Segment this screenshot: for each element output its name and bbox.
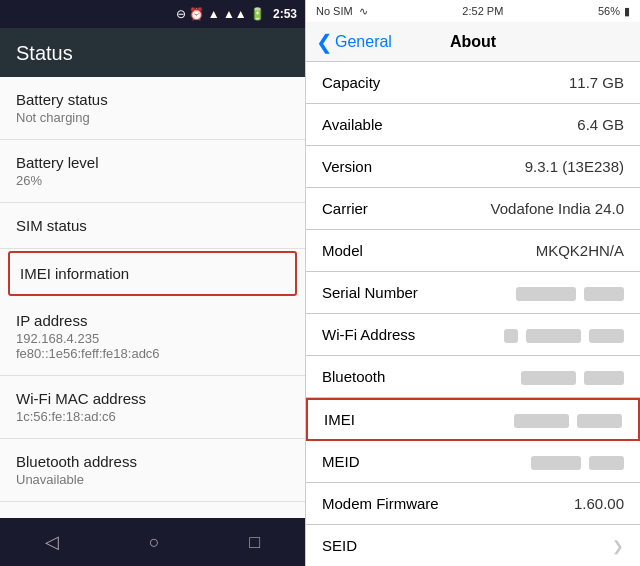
row-value: 1.60.00: [447, 495, 624, 512]
list-item[interactable]: SIM status: [0, 203, 305, 249]
item-title: Battery level: [16, 154, 289, 171]
item-title: Wi-Fi MAC address: [16, 390, 289, 407]
back-button[interactable]: ❮ General: [316, 30, 392, 54]
row-value: [426, 284, 624, 301]
ios-status-left: No SIM ∿: [316, 5, 368, 18]
list-item[interactable]: Battery level 26%: [0, 140, 305, 203]
blurred-serial: [516, 287, 576, 301]
row-label: Available: [322, 116, 383, 133]
item-subtitle: Unavailable: [16, 472, 289, 487]
blurred-wifi1: [504, 329, 518, 343]
list-item[interactable]: Wi-Fi MAC address 1c:56:fe:18:ad:c6: [0, 376, 305, 439]
row-label: Carrier: [322, 200, 368, 217]
blurred-wifi2: [526, 329, 581, 343]
version-row[interactable]: Version 9.3.1 (13E238): [306, 146, 640, 188]
row-label: Serial Number: [322, 284, 418, 301]
available-row[interactable]: Available 6.4 GB: [306, 104, 640, 146]
blurred-wifi3: [589, 329, 624, 343]
android-time: 2:53: [273, 7, 297, 21]
ios-nav-bar: ❮ General About: [306, 22, 640, 62]
row-value: [393, 368, 624, 385]
carrier-label: No SIM: [316, 5, 353, 17]
ios-content: Capacity 11.7 GB Available 6.4 GB Versio…: [306, 62, 640, 566]
item-subtitle: 26%: [16, 173, 289, 188]
blurred-imei2: [577, 414, 622, 428]
item-subtitle: 192.168.4.235fe80::1e56:feff:fe18:adc6: [16, 331, 289, 361]
meid-row[interactable]: MEID: [306, 441, 640, 483]
row-value: 6.4 GB: [391, 116, 624, 133]
blurred-serial2: [584, 287, 624, 301]
ios-panel: No SIM ∿ 2:52 PM 56% ▮ ❮ General About C…: [305, 0, 640, 566]
seid-row[interactable]: SEID ❯: [306, 525, 640, 566]
blurred-meid2: [589, 456, 624, 470]
android-page-title: Status: [0, 28, 305, 77]
row-label: Bluetooth: [322, 368, 385, 385]
modem-firmware-row[interactable]: Modem Firmware 1.60.00: [306, 483, 640, 525]
back-label: General: [335, 33, 392, 51]
android-panel: ⊖ ⏰ ▲ ▲▲ 🔋 2:53 Status Battery status No…: [0, 0, 305, 566]
android-status-icons: ⊖ ⏰ ▲ ▲▲ 🔋: [176, 7, 265, 21]
list-item[interactable]: IP address 192.168.4.235fe80::1e56:feff:…: [0, 298, 305, 376]
recent-apps-icon[interactable]: □: [249, 532, 260, 553]
row-value: MKQK2HN/A: [371, 242, 624, 259]
page-title: About: [450, 33, 496, 51]
android-nav-bar: ◁ ○ □: [0, 518, 305, 566]
bluetooth-row[interactable]: Bluetooth: [306, 356, 640, 398]
item-title: IMEI information: [20, 265, 285, 282]
item-title: Bluetooth address: [16, 453, 289, 470]
row-label: SEID: [322, 537, 357, 554]
list-item[interactable]: Bluetooth address Unavailable: [0, 439, 305, 502]
row-value: [368, 453, 625, 470]
row-label: Wi-Fi Address: [322, 326, 415, 343]
ios-status-bar: No SIM ∿ 2:52 PM 56% ▮: [306, 0, 640, 22]
wifi-address-row[interactable]: Wi-Fi Address: [306, 314, 640, 356]
imei-row[interactable]: IMEI: [306, 398, 640, 441]
row-value: Vodafone India 24.0: [376, 200, 624, 217]
ios-table: Capacity 11.7 GB Available 6.4 GB Versio…: [306, 62, 640, 566]
item-title: Battery status: [16, 91, 289, 108]
blurred-bt2: [584, 371, 624, 385]
row-label: Capacity: [322, 74, 380, 91]
blurred-meid1: [531, 456, 581, 470]
chevron-right-icon: ❯: [612, 538, 624, 554]
item-subtitle: Not charging: [16, 110, 289, 125]
list-item[interactable]: Battery status Not charging: [0, 77, 305, 140]
row-value: [423, 326, 624, 343]
item-title: SIM status: [16, 217, 289, 234]
ios-status-right: 56% ▮: [598, 5, 630, 18]
wifi-icon: ∿: [359, 5, 368, 18]
row-value: 9.3.1 (13E238): [380, 158, 624, 175]
serial-number-row[interactable]: Serial Number: [306, 272, 640, 314]
row-label: MEID: [322, 453, 360, 470]
item-subtitle: 1c:56:fe:18:ad:c6: [16, 409, 289, 424]
ios-time: 2:52 PM: [462, 5, 503, 17]
imei-information-item[interactable]: IMEI information: [8, 251, 297, 296]
battery-label: 56%: [598, 5, 620, 17]
model-row[interactable]: Model MKQK2HN/A: [306, 230, 640, 272]
android-status-bar: ⊖ ⏰ ▲ ▲▲ 🔋 2:53: [0, 0, 305, 28]
row-label: IMEI: [324, 411, 355, 428]
chevron-left-icon: ❮: [316, 30, 333, 54]
item-title: IP address: [16, 312, 289, 329]
back-icon[interactable]: ◁: [45, 531, 59, 553]
capacity-row[interactable]: Capacity 11.7 GB: [306, 62, 640, 104]
row-label: Version: [322, 158, 372, 175]
android-content: Battery status Not charging Battery leve…: [0, 77, 305, 518]
battery-icon: ▮: [624, 5, 630, 18]
blurred-bt1: [521, 371, 576, 385]
row-value: [363, 411, 622, 428]
carrier-row[interactable]: Carrier Vodafone India 24.0: [306, 188, 640, 230]
row-label: Modem Firmware: [322, 495, 439, 512]
row-label: Model: [322, 242, 363, 259]
row-value: 11.7 GB: [388, 74, 624, 91]
blurred-imei1: [514, 414, 569, 428]
home-icon[interactable]: ○: [149, 532, 160, 553]
